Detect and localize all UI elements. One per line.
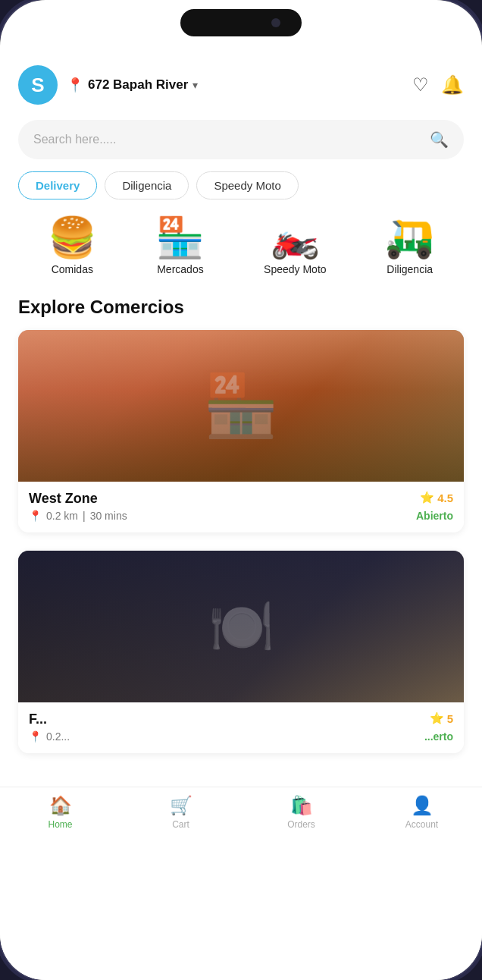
tab-delivery[interactable]: Delivery — [18, 171, 97, 199]
restaurant-top-row: F... ⭐ 5 — [29, 711, 453, 727]
restaurant-status: ...erto — [424, 730, 453, 743]
west-zone-status: Abierto — [416, 510, 453, 522]
distance-pin-icon: 📍 — [29, 510, 42, 522]
explore-section-title: Explore Comercios — [0, 291, 482, 330]
market-background — [18, 330, 464, 482]
west-zone-meta: 📍 0.2 km | 30 mins — [29, 510, 127, 522]
phone-frame: S 📍 672 Bapah River ▾ ♡ 🔔 Search here...… — [0, 0, 482, 980]
favorites-icon[interactable]: ♡ — [412, 74, 429, 96]
cart-label: Cart — [172, 819, 189, 830]
meta-separator: | — [83, 510, 86, 522]
restaurant-image — [18, 551, 464, 702]
diligencia-icon: 🛺 — [385, 218, 434, 257]
category-speedy-moto[interactable]: 🏍️ Speedy Moto — [264, 218, 327, 275]
category-tabs: Delivery Diligencia Speedy Moto — [0, 171, 482, 212]
location-pin-icon: 📍 — [67, 77, 83, 93]
restaurant-meta: 📍 0.2... — [29, 730, 70, 743]
tab-diligencia[interactable]: Diligencia — [105, 171, 189, 199]
restaurant-rating: ⭐ 5 — [430, 711, 453, 725]
search-bar[interactable]: Search here..... 🔍 — [18, 120, 464, 159]
speedy-moto-icon: 🏍️ — [271, 218, 320, 257]
comidas-label: Comidas — [52, 263, 93, 275]
header: S 📍 672 Bapah River ▾ ♡ 🔔 — [0, 53, 482, 117]
category-comidas[interactable]: 🍔 Comidas — [48, 218, 97, 275]
home-label: Home — [48, 819, 72, 830]
mercados-icon: 🏪 — [155, 218, 205, 257]
app-logo[interactable]: S — [18, 65, 58, 105]
screen-content: S 📍 672 Bapah River ▾ ♡ 🔔 Search here...… — [0, 53, 482, 980]
nav-orders[interactable]: 🛍️ Orders — [275, 795, 328, 830]
rating-value: 4.5 — [437, 492, 453, 504]
distance-pin-icon-2: 📍 — [29, 730, 42, 743]
notifications-icon[interactable]: 🔔 — [441, 74, 464, 96]
nav-home[interactable]: 🏠 Home — [34, 795, 87, 830]
orders-label: Orders — [287, 819, 315, 830]
orders-icon: 🛍️ — [290, 795, 313, 816]
category-mercados[interactable]: 🏪 Mercados — [155, 218, 205, 275]
restaurant-rating-value: 5 — [447, 712, 453, 725]
restaurant-distance: 0.2... — [46, 730, 70, 743]
west-zone-name: West Zone — [29, 491, 98, 507]
tab-speedy-moto[interactable]: Speedy Moto — [196, 171, 298, 199]
west-zone-info: West Zone ⭐ 4.5 📍 0.2 km | 30 mins — [18, 482, 464, 532]
restaurant-background — [18, 551, 464, 702]
west-zone-distance: 0.2 km — [46, 510, 78, 522]
category-diligencia[interactable]: 🛺 Diligencia — [385, 218, 434, 275]
phone-screen: S 📍 672 Bapah River ▾ ♡ 🔔 Search here...… — [0, 0, 482, 980]
west-zone-image — [18, 330, 464, 482]
comidas-icon: 🍔 — [48, 218, 97, 257]
bottom-nav: 🏠 Home 🛒 Cart 🛍️ Orders 👤 Account — [0, 787, 482, 845]
west-zone-rating: ⭐ 4.5 — [420, 491, 453, 504]
speedy-moto-label: Speedy Moto — [264, 263, 327, 275]
location-text: 672 Bapah River — [88, 77, 188, 93]
location-dropdown-icon: ▾ — [192, 79, 198, 91]
camera-dot — [271, 18, 280, 27]
star-icon-2: ⭐ — [430, 711, 444, 725]
account-label: Account — [405, 819, 438, 830]
west-zone-top-row: West Zone ⭐ 4.5 — [29, 491, 453, 507]
store-card-west-zone[interactable]: West Zone ⭐ 4.5 📍 0.2 km | 30 mins — [18, 330, 464, 532]
star-icon: ⭐ — [420, 491, 434, 504]
restaurant-info: F... ⭐ 5 📍 0.2... ...erto — [18, 702, 464, 753]
market-scene — [18, 330, 464, 482]
store-card-restaurant[interactable]: F... ⭐ 5 📍 0.2... ...erto — [18, 551, 464, 753]
restaurant-name: F... — [29, 711, 47, 727]
mercados-label: Mercados — [157, 263, 203, 275]
search-placeholder: Search here..... — [33, 133, 116, 146]
nav-cart[interactable]: 🛒 Cart — [155, 795, 208, 830]
notch — [180, 9, 302, 36]
search-icon: 🔍 — [430, 130, 449, 149]
restaurant-meta-row: 📍 0.2... ...erto — [29, 730, 453, 743]
home-icon: 🏠 — [49, 795, 72, 816]
category-icons: 🍔 Comidas 🏪 Mercados 🏍️ Speedy Moto 🛺 Di… — [0, 212, 482, 291]
location-area[interactable]: 📍 672 Bapah River ▾ — [67, 77, 403, 93]
cart-icon: 🛒 — [170, 795, 192, 816]
west-zone-meta-row: 📍 0.2 km | 30 mins Abierto — [29, 510, 453, 522]
west-zone-time: 30 mins — [90, 510, 127, 522]
nav-account[interactable]: 👤 Account — [396, 795, 449, 830]
account-icon: 👤 — [411, 795, 433, 816]
diligencia-label: Diligencia — [387, 263, 433, 275]
header-icons: ♡ 🔔 — [412, 74, 464, 96]
